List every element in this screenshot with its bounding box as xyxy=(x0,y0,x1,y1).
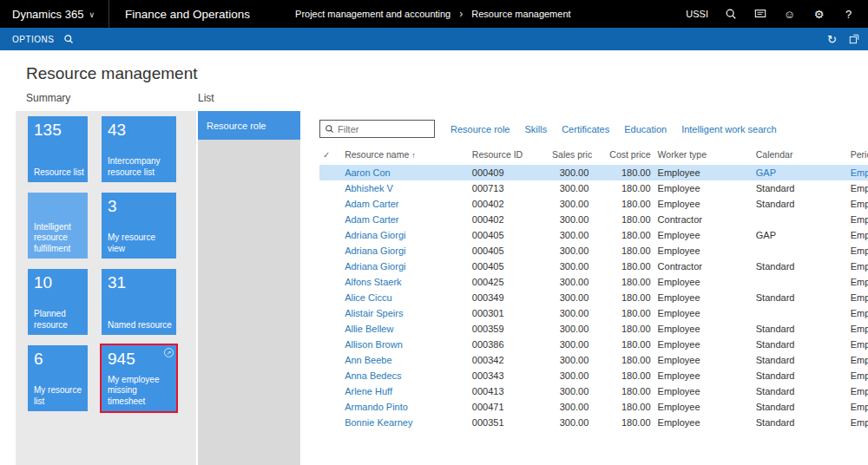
cost-price-cell: 180.00 xyxy=(592,305,654,321)
row-select-cell[interactable] xyxy=(319,290,341,305)
table-row[interactable]: Ann Beebe 000342 300.00 180.00 Employee … xyxy=(319,352,868,368)
row-select-cell[interactable] xyxy=(319,274,341,290)
row-select-cell[interactable] xyxy=(319,399,341,415)
app-launcher[interactable]: Dynamics 365 ∨ xyxy=(0,0,108,28)
sales-price-cell: 300.00 xyxy=(549,415,592,430)
summary-tile[interactable]: 3 My resource view xyxy=(102,193,176,259)
row-select-cell[interactable] xyxy=(319,259,341,274)
resource-name-link[interactable]: Aaron Con xyxy=(345,167,391,178)
filter-input[interactable] xyxy=(338,124,430,134)
table-row[interactable]: Adriana Giorgi 000405 300.00 180.00 Cont… xyxy=(319,259,868,274)
grid-link[interactable]: Resource role xyxy=(450,124,510,134)
column-header-period-types[interactable]: Period types xyxy=(847,147,868,165)
grid-link[interactable]: Education xyxy=(624,124,667,134)
table-row[interactable]: Armando Pinto 000471 300.00 180.00 Emplo… xyxy=(319,399,868,415)
cost-price-cell: 180.00 xyxy=(592,399,654,415)
table-row[interactable]: Alistair Speirs 000301 300.00 180.00 Emp… xyxy=(319,305,868,321)
feedback-smiley-icon[interactable]: ☺ xyxy=(782,7,797,22)
table-row[interactable]: Bonnie Kearney 000351 300.00 180.00 Empl… xyxy=(319,415,868,430)
summary-tile[interactable]: 43 Intercompany resource list xyxy=(102,116,176,182)
column-header-resource-name[interactable]: Resource name↑ xyxy=(341,147,469,165)
row-select-cell[interactable] xyxy=(319,321,341,337)
resource-name-link[interactable]: Ann Beebe xyxy=(345,355,391,365)
grid-links: Resource roleSkillsCertificatesEducation… xyxy=(450,124,777,134)
breadcrumb-module[interactable]: Project management and accounting xyxy=(295,9,450,19)
column-header-cost-price[interactable]: Cost price xyxy=(592,147,654,165)
worker-type-cell: Employee xyxy=(654,305,753,321)
resource-table: ✓ Resource name↑ Resource ID Sales price… xyxy=(319,147,868,430)
message-icon[interactable] xyxy=(753,7,767,22)
table-row[interactable]: Alice Ciccu 000349 300.00 180.00 Employe… xyxy=(319,290,868,305)
company-picker[interactable]: USSI xyxy=(686,9,708,19)
filter-box[interactable] xyxy=(319,120,435,138)
row-select-cell[interactable] xyxy=(319,337,341,352)
table-row[interactable]: Allison Brown 000386 300.00 180.00 Emplo… xyxy=(319,337,868,352)
refresh-icon[interactable]: ↻ xyxy=(827,33,837,46)
summary-tile[interactable]: 945 My employee missing timesheet ↗ xyxy=(102,345,176,411)
table-row[interactable]: Adriana Giorgi 000405 300.00 180.00 Empl… xyxy=(319,243,868,259)
table-row[interactable]: Alfons Staerk 000425 300.00 180.00 Emplo… xyxy=(319,274,868,290)
row-select-cell[interactable] xyxy=(319,227,341,243)
row-select-cell[interactable] xyxy=(319,243,341,259)
tile-label: Intercompany resource list xyxy=(108,156,174,178)
options-tab[interactable]: OPTIONS xyxy=(0,35,63,44)
table-row[interactable]: Aaron Con 000409 300.00 180.00 Employee … xyxy=(319,165,868,180)
resource-name-link[interactable]: Adam Carter xyxy=(345,199,398,209)
resource-name-link[interactable]: Adam Carter xyxy=(345,214,398,225)
grid-link[interactable]: Skills xyxy=(524,124,547,134)
worker-type-cell: Employee xyxy=(654,368,753,383)
resource-name-link[interactable]: Alistair Speirs xyxy=(345,308,403,318)
summary-tile[interactable]: 6 My resource list xyxy=(28,345,88,411)
product-name[interactable]: Finance and Operations xyxy=(108,0,266,28)
resource-name-link[interactable]: Adriana Giorgi xyxy=(345,246,405,256)
column-header-calendar[interactable]: Calendar xyxy=(753,147,847,165)
summary-tile[interactable]: 10 Planned resource xyxy=(28,269,88,335)
row-select-cell[interactable] xyxy=(319,212,341,227)
help-icon[interactable]: ? xyxy=(841,7,856,22)
grid-link[interactable]: Certificates xyxy=(562,124,609,134)
row-select-cell[interactable] xyxy=(319,196,341,212)
row-select-cell[interactable] xyxy=(319,305,341,321)
resource-name-link[interactable]: Abhishek V xyxy=(345,183,393,193)
summary-tile[interactable]: Intelligent resource fulfillment xyxy=(28,193,88,259)
resource-name-link[interactable]: Allison Brown xyxy=(345,339,403,350)
resource-name-link[interactable]: Armando Pinto xyxy=(345,402,408,412)
resource-name-link[interactable]: Alfons Staerk xyxy=(345,277,401,287)
row-select-cell[interactable] xyxy=(319,383,341,399)
resource-id-cell: 000405 xyxy=(469,227,549,243)
resource-name-link[interactable]: Adriana Giorgi xyxy=(345,230,405,240)
grid-link[interactable]: Intelligent work search xyxy=(681,124,776,134)
tab-resource-role[interactable]: Resource role xyxy=(198,111,300,140)
resource-name-link[interactable]: Allie Bellew xyxy=(345,324,393,334)
column-header-resource-id[interactable]: Resource ID xyxy=(469,147,549,165)
settings-gear-icon[interactable]: ⚙ xyxy=(812,7,826,22)
cost-price-cell: 180.00 xyxy=(592,180,654,196)
row-select-cell[interactable] xyxy=(319,368,341,383)
resource-name-link[interactable]: Arlene Huff xyxy=(345,386,392,396)
select-all-icon[interactable]: ✓ xyxy=(323,150,330,160)
table-row[interactable]: Arlene Huff 000413 300.00 180.00 Employe… xyxy=(319,383,868,399)
row-select-cell[interactable] xyxy=(319,180,341,196)
table-row[interactable]: Allie Bellew 000359 300.00 180.00 Employ… xyxy=(319,321,868,337)
breadcrumb-page[interactable]: Resource management xyxy=(471,9,570,19)
summary-tile[interactable]: 135 Resource list xyxy=(28,116,88,182)
resource-name-link[interactable]: Bonnie Kearney xyxy=(345,417,412,428)
resource-name-link[interactable]: Alice Ciccu xyxy=(345,292,391,303)
action-search-icon[interactable] xyxy=(63,34,74,44)
resource-id-cell: 000425 xyxy=(469,274,549,290)
table-row[interactable]: Adriana Giorgi 000405 300.00 180.00 Empl… xyxy=(319,227,868,243)
resource-name-link[interactable]: Adriana Giorgi xyxy=(345,261,405,272)
resource-name-link[interactable]: Anna Bedecs xyxy=(345,370,401,381)
row-select-cell[interactable] xyxy=(319,415,341,430)
column-header-worker-type[interactable]: Worker type xyxy=(654,147,753,165)
table-row[interactable]: Adam Carter 000402 300.00 180.00 Employe… xyxy=(319,196,868,212)
table-row[interactable]: Adam Carter 000402 300.00 180.00 Contrac… xyxy=(319,212,868,227)
row-select-cell[interactable] xyxy=(319,352,341,368)
summary-tile[interactable]: 31 Named resource xyxy=(102,269,176,335)
table-row[interactable]: Anna Bedecs 000343 300.00 180.00 Employe… xyxy=(319,368,868,383)
column-header-sales-price[interactable]: Sales price xyxy=(549,147,592,165)
search-icon[interactable] xyxy=(723,7,738,22)
open-in-new-window-icon[interactable] xyxy=(849,34,859,44)
row-select-cell[interactable] xyxy=(319,165,341,180)
table-row[interactable]: Abhishek V 000713 300.00 180.00 Employee… xyxy=(319,180,868,196)
